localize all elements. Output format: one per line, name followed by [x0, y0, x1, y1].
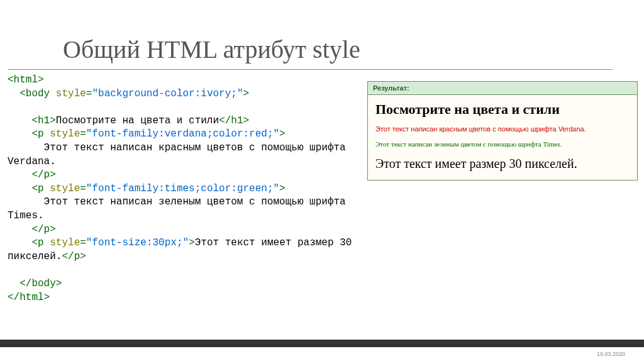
result-paragraph-red: Этот текст написан красным цветов с помо…	[375, 125, 630, 133]
code: style	[50, 183, 80, 194]
code: style	[50, 237, 80, 248]
code: Посмотрите на цвета и стили	[56, 115, 219, 126]
result-body: Посмотрите на цвета и стили Этот текст н…	[368, 95, 637, 180]
code: <	[8, 128, 38, 140]
code	[44, 237, 50, 248]
code	[44, 128, 50, 140]
code: >	[189, 237, 195, 248]
code: >	[279, 128, 286, 140]
code: p	[44, 169, 50, 181]
code: style	[50, 128, 80, 140]
code: =	[80, 128, 86, 140]
code: h1	[38, 115, 50, 126]
code: </	[219, 115, 231, 126]
code: html	[14, 74, 38, 86]
code: >	[80, 251, 86, 262]
code: <	[8, 88, 26, 99]
code: "font-family:times;color:green;"	[86, 183, 279, 194]
code: body	[31, 278, 55, 289]
code: p	[38, 237, 44, 248]
divider	[8, 69, 613, 70]
result-heading: Посмотрите на цвета и стили	[375, 101, 630, 118]
code	[50, 88, 56, 99]
code: </	[8, 169, 44, 181]
code: >	[44, 292, 50, 303]
code: "background-color:ivory;"	[92, 88, 243, 99]
result-paragraph-large: Этот текст имеет размер 30 пикселей.	[375, 157, 630, 171]
code: Этот текст написан зеленым цветом с помо…	[8, 196, 352, 221]
code: </	[62, 251, 74, 262]
code: >	[50, 115, 56, 126]
code: <	[8, 115, 38, 126]
slide: Общий HTML атрибут style <html> <body st…	[0, 0, 644, 361]
code: >	[38, 74, 44, 86]
code: Этот текст написан красным цветов с помо…	[8, 142, 352, 167]
code: p	[38, 183, 44, 194]
code: style	[56, 88, 86, 99]
code-block: <html> <body style="background-color:ivo…	[8, 74, 352, 304]
result-header: Результат:	[368, 82, 637, 95]
code: h1	[231, 115, 243, 126]
code: body	[26, 88, 50, 99]
code: =	[80, 237, 86, 248]
code	[44, 183, 50, 194]
code: =	[80, 183, 86, 194]
code: >	[56, 278, 62, 289]
code: >	[279, 183, 286, 194]
slide-date: 19.03.2020	[597, 351, 625, 357]
result-panel: Результат: Посмотрите на цвета и стили Э…	[367, 81, 638, 181]
code: <	[8, 237, 38, 248]
code: <	[8, 74, 14, 86]
code: p	[44, 224, 50, 235]
code: </	[8, 292, 19, 303]
code: >	[50, 224, 56, 235]
code: </	[8, 224, 44, 235]
slide-title: Общий HTML атрибут style	[0, 0, 644, 64]
content-row: <html> <body style="background-color:ivo…	[0, 74, 644, 304]
code: <	[8, 183, 38, 194]
code: "font-size:30px;"	[86, 237, 189, 248]
code: p	[74, 251, 80, 262]
code: >	[243, 115, 249, 126]
code: >	[243, 88, 250, 99]
code: html	[19, 292, 43, 303]
footer-bar	[0, 340, 644, 347]
code: "font-family:verdana;color:red;"	[86, 128, 279, 140]
result-paragraph-green: Этот текст написан зеленым цветом с помо…	[375, 140, 630, 148]
code: >	[50, 169, 56, 181]
code: =	[86, 88, 92, 99]
code: p	[38, 128, 44, 140]
code: </	[8, 278, 31, 289]
